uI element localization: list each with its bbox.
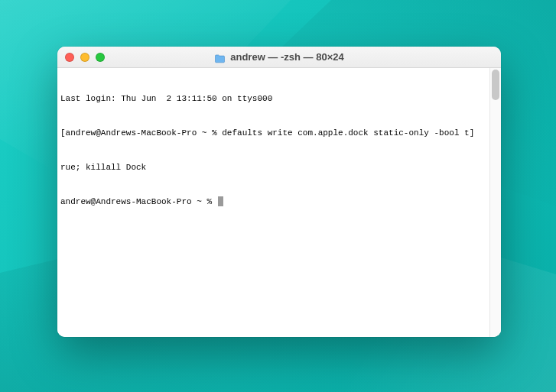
terminal-window: andrew — -zsh — 80×24 Last login: Thu Ju… bbox=[57, 47, 501, 337]
close-button[interactable] bbox=[65, 53, 74, 62]
terminal-prompt: andrew@Andrews-MacBook-Pro ~ % bbox=[60, 197, 217, 206]
minimize-button[interactable] bbox=[80, 53, 89, 62]
folder-icon bbox=[214, 53, 226, 62]
zoom-button[interactable] bbox=[96, 53, 105, 62]
scrollbar[interactable] bbox=[489, 68, 501, 337]
terminal-body[interactable]: Last login: Thu Jun 2 13:11:50 on ttys00… bbox=[57, 68, 501, 337]
scrollbar-thumb[interactable] bbox=[492, 70, 499, 100]
window-title: andrew — -zsh — 80×24 bbox=[230, 51, 343, 63]
titlebar[interactable]: andrew — -zsh — 80×24 bbox=[57, 47, 501, 68]
terminal-line: Last login: Thu Jun 2 13:11:50 on ttys00… bbox=[60, 93, 498, 105]
traffic-lights bbox=[65, 53, 105, 62]
cursor bbox=[218, 196, 223, 206]
terminal-line: rue; killall Dock bbox=[60, 162, 498, 173]
terminal-prompt-line: andrew@Andrews-MacBook-Pro ~ % bbox=[60, 196, 498, 208]
terminal-line: [andrew@Andrews-MacBook-Pro ~ % defaults… bbox=[60, 128, 498, 139]
